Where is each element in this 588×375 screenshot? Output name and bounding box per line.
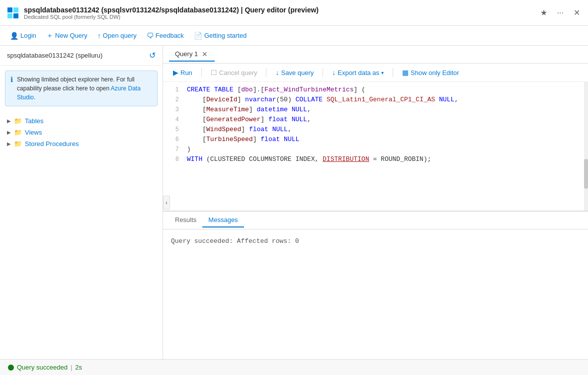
results-message: Query succeeded: Affected rows: 0 [171, 237, 299, 245]
scrollbar[interactable] [584, 82, 588, 211]
chevron-right-icon: ▶ [7, 130, 11, 135]
feedback-button[interactable]: 🗨 Feedback [143, 30, 188, 42]
sidebar: spsqldatabase0131242 (spelluru) ↺ ℹ Show… [0, 46, 163, 359]
results-tab-results[interactable]: Results [169, 213, 202, 227]
line-num-6: 6 [167, 136, 179, 143]
sidebar-collapse-handle[interactable]: ‹ [163, 196, 170, 210]
results-area: Results Messages Query succeeded: Affect… [163, 211, 588, 359]
separator [266, 68, 266, 77]
tree-item-tables-label: Tables [25, 117, 44, 125]
open-query-label: Open query [103, 32, 137, 39]
query-tab-1[interactable]: Query 1 ✕ [169, 47, 215, 62]
getting-started-button[interactable]: 📄 Getting started [190, 30, 251, 42]
azure-icon [6, 6, 20, 20]
tree-item-views-label: Views [25, 129, 42, 136]
page-title: spsqldatabase0131242 (spsqlsvr0131242/sp… [24, 6, 319, 14]
line-num-4: 4 [167, 116, 179, 123]
cancel-label: Cancel query [219, 69, 257, 76]
code-line-1: 1 CREATE TABLE [dbo].[Fact_WindTurbineMe… [163, 86, 588, 96]
title-bar: spsqldatabase0131242 (spsqlsvr0131242/sp… [0, 0, 588, 26]
editor-toolbar: ▶ Run ☐ Cancel query ↓ Save query ↓ Expo… [163, 64, 588, 82]
code-content-7: ) [187, 146, 584, 153]
query-tabs: Query 1 ✕ [163, 46, 588, 64]
title-bar-actions: ★ ··· ✕ [538, 6, 582, 19]
getting-started-label: Getting started [204, 32, 247, 39]
cancel-query-button[interactable]: ☐ Cancel query [207, 67, 261, 78]
tree-item-views[interactable]: ▶ 📁 Views [0, 127, 163, 138]
results-tab-messages[interactable]: Messages [202, 213, 244, 227]
chevron-right-icon: ▶ [7, 118, 11, 124]
code-line-5: 5 [WindSpeed] float NULL, [163, 126, 588, 136]
main-layout-wrapper: spsqldatabase0131242 (spelluru) ↺ ℹ Show… [0, 46, 588, 359]
favorite-button[interactable]: ★ [538, 6, 549, 19]
open-query-button[interactable]: ↑ Open query [93, 30, 141, 42]
code-line-3: 3 [MeasureTime] datetime NULL, [163, 106, 588, 116]
code-content-2: [DeviceId] nvarchar(50) COLLATE SQL_Lati… [187, 96, 584, 103]
chevron-right-icon: ▶ [7, 141, 11, 147]
line-num-5: 5 [167, 126, 179, 133]
info-box: ℹ Showing limited object explorer here. … [5, 71, 158, 106]
feedback-label: Feedback [156, 32, 184, 39]
main-toolbar: 👤 Login ＋ New Query ↑ Open query 🗨 Feedb… [0, 26, 588, 46]
grid-icon: ▦ [402, 69, 409, 76]
separator [393, 68, 393, 77]
code-content-4: [GeneratedPower] float NULL, [187, 116, 584, 123]
editor-area: Query 1 ✕ ▶ Run ☐ Cancel query ↓ Sav [163, 46, 588, 359]
more-button[interactable]: ··· [555, 6, 566, 19]
open-query-icon: ↑ [97, 32, 101, 40]
login-icon: 👤 [10, 32, 18, 40]
export-icon: ↓ [332, 69, 336, 76]
status-duration: 2s [75, 364, 82, 371]
separator [323, 68, 323, 77]
info-icon: ℹ [10, 75, 13, 102]
save-icon: ↓ [275, 69, 279, 76]
query-tab-1-close[interactable]: ✕ [201, 51, 209, 58]
new-query-button[interactable]: ＋ New Query [42, 29, 91, 42]
login-button[interactable]: 👤 Login [6, 30, 40, 42]
tree-item-stored-procedures[interactable]: ▶ 📁 Stored Procedures [0, 138, 163, 150]
cancel-icon: ☐ [211, 69, 217, 76]
status-success-text: Query succeeded [17, 364, 68, 371]
results-tabs: Results Messages [163, 212, 588, 229]
azure-logo [7, 7, 18, 18]
close-button[interactable]: ✕ [572, 6, 582, 19]
info-box-text: Showing limited object explorer here. Fo… [17, 75, 152, 102]
code-line-7: 7 ) [163, 146, 588, 155]
save-query-button[interactable]: ↓ Save query [271, 67, 318, 78]
new-query-icon: ＋ [46, 31, 53, 40]
separator [201, 68, 202, 77]
export-button[interactable]: ↓ Export data as ▾ [328, 67, 388, 78]
sidebar-refresh-button[interactable]: ↺ [149, 51, 156, 60]
azure-data-studio-link[interactable]: Azure Data Studio. [17, 85, 141, 101]
line-num-2: 2 [167, 96, 179, 103]
save-label: Save query [281, 69, 314, 76]
scrollbar-thumb[interactable] [584, 159, 588, 189]
code-line-4: 4 [GeneratedPower] float NULL, [163, 116, 588, 126]
title-bar-left: spsqldatabase0131242 (spsqlsvr0131242/sp… [6, 6, 319, 20]
code-editor[interactable]: 1 CREATE TABLE [dbo].[Fact_WindTurbineMe… [163, 82, 588, 211]
code-line-8: 8 WITH (CLUSTERED COLUMNSTORE INDEX, DIS… [163, 155, 588, 165]
code-content-5: [WindSpeed] float NULL, [187, 126, 584, 133]
status-separator: | [71, 364, 72, 371]
code-content-1: CREATE TABLE [dbo].[Fact_WindTurbineMetr… [187, 86, 584, 93]
code-line-2: 2 [DeviceId] nvarchar(50) COLLATE SQL_La… [163, 96, 588, 106]
run-label: Run [180, 69, 192, 76]
code-content-8: WITH (CLUSTERED COLUMNSTORE INDEX, DISTR… [187, 155, 584, 163]
tree-item-tables[interactable]: ▶ 📁 Tables [0, 115, 163, 127]
folder-icon: 📁 [14, 129, 22, 136]
main-layout: spsqldatabase0131242 (spelluru) ↺ ℹ Show… [0, 46, 588, 359]
run-icon: ▶ [173, 69, 178, 76]
code-content-3: [MeasureTime] datetime NULL, [187, 106, 584, 113]
code-content-6: [TurbineSpeed] float NULL [187, 136, 584, 143]
sidebar-db-title: spsqldatabase0131242 (spelluru) [7, 52, 102, 59]
show-editor-button[interactable]: ▦ Show only Editor [398, 67, 463, 78]
show-editor-label: Show only Editor [411, 69, 459, 76]
folder-icon: 📁 [14, 140, 22, 148]
query-tab-1-label: Query 1 [175, 50, 198, 58]
run-button[interactable]: ▶ Run [169, 67, 196, 78]
sidebar-tree: ▶ 📁 Tables ▶ 📁 Views ▶ 📁 Stored Procedur… [0, 111, 163, 153]
status-dot-icon [8, 365, 14, 371]
page-subtitle: Dedicated SQL pool (formerly SQL DW) [24, 14, 319, 20]
results-tab-results-label: Results [175, 216, 196, 224]
title-text: spsqldatabase0131242 (spsqlsvr0131242/sp… [24, 6, 319, 20]
